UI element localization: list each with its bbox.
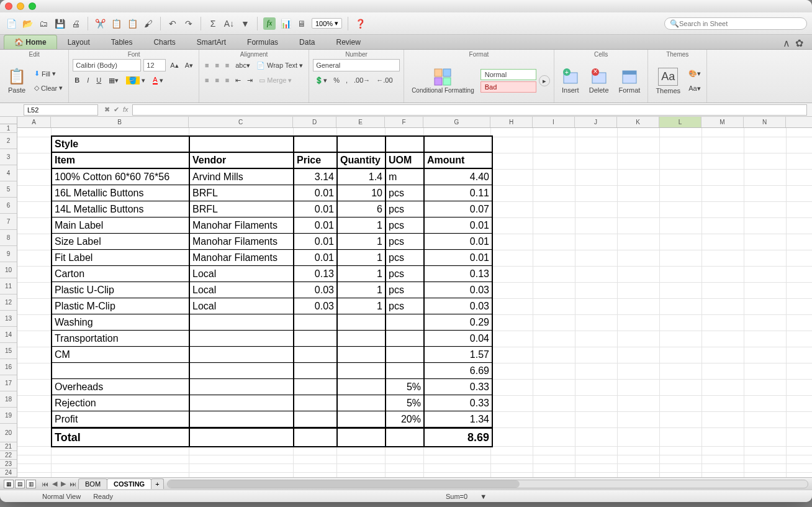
row-header-8[interactable]: 8 (0, 230, 17, 246)
align-right-button[interactable]: ≡ (223, 74, 231, 86)
table-cell[interactable]: 0.01 (294, 185, 338, 201)
chart-icon[interactable]: 📊 (279, 17, 292, 30)
col-header-A[interactable]: A (17, 117, 51, 127)
table-cell[interactable] (386, 363, 425, 379)
cell-style-label[interactable]: Style (52, 137, 190, 153)
table-cell[interactable]: 6 (338, 201, 386, 217)
table-cell[interactable]: 1 (338, 282, 386, 298)
hdr-item[interactable]: Item (52, 153, 190, 169)
save-icon[interactable]: 💾 (53, 17, 66, 30)
wrap-text-button[interactable]: 📄 Wrap Text ▾ (255, 59, 305, 71)
table-cell[interactable] (294, 379, 338, 395)
fill-button[interactable]: ⬇Fill ▾ (32, 68, 65, 80)
table-cell[interactable]: Plastic U-Clip (52, 282, 190, 298)
select-all-corner[interactable] (0, 117, 17, 124)
tab-review[interactable]: Review (325, 35, 371, 49)
row-header-9[interactable]: 9 (0, 246, 17, 262)
table-cell[interactable] (386, 429, 425, 446)
normal-layout-icon[interactable]: ▦ (4, 480, 14, 488)
bold-button[interactable]: B (73, 74, 81, 86)
table-cell[interactable]: 1 (338, 234, 386, 250)
table-cell[interactable]: 1.4 (338, 169, 386, 185)
open-icon[interactable]: 📂 (21, 17, 34, 30)
clear-button[interactable]: ◇Clear ▾ (32, 82, 65, 94)
search-input[interactable] (679, 20, 801, 27)
row-header-15[interactable]: 15 (0, 343, 17, 359)
table-cell[interactable]: pcs (386, 282, 425, 298)
formula-bar[interactable] (132, 104, 807, 116)
status-dropdown-icon[interactable]: ▼ (480, 493, 487, 500)
col-header-C[interactable]: C (189, 117, 293, 127)
collapse-ribbon-icon[interactable]: ∧ (783, 37, 790, 49)
table-cell[interactable] (338, 429, 386, 446)
tab-tables[interactable]: Tables (101, 35, 143, 49)
table-cell[interactable]: 0.01 (425, 234, 492, 250)
table-cell[interactable] (190, 137, 294, 153)
grow-font-button[interactable]: A▴ (168, 59, 180, 71)
table-cell[interactable] (338, 363, 386, 379)
table-cell[interactable]: pcs (386, 234, 425, 250)
table-cell[interactable]: 16L Metallic Buttons (52, 185, 190, 201)
row-header-2[interactable]: 2 (0, 133, 17, 149)
fill-color-button[interactable]: 🪣▾ (124, 74, 147, 86)
row-header-16[interactable]: 16 (0, 359, 17, 375)
first-sheet-icon[interactable]: ⏮ (40, 480, 50, 488)
cell-total-label[interactable]: Total (52, 429, 190, 446)
table-cell[interactable]: pcs (386, 201, 425, 217)
table-cell[interactable]: Transportation (52, 331, 190, 347)
col-header-B[interactable]: B (51, 117, 189, 127)
table-cell[interactable] (338, 347, 386, 363)
hdr-vendor[interactable]: Vendor (190, 153, 294, 169)
table-cell[interactable]: Rejection (52, 395, 190, 411)
new-icon[interactable]: 📄 (5, 17, 17, 30)
table-cell[interactable] (294, 429, 338, 446)
print-icon[interactable]: 🖨 (70, 17, 82, 30)
minimize-icon[interactable] (17, 2, 24, 10)
comma-button[interactable]: , (344, 74, 350, 86)
table-cell[interactable]: 1.34 (425, 411, 492, 427)
table-cell[interactable]: 1 (338, 217, 386, 234)
table-cell[interactable]: 0.03 (425, 282, 492, 298)
table-cell[interactable]: Manohar Filaments (190, 234, 294, 250)
table-cell[interactable]: Local (190, 282, 294, 298)
table-cell[interactable]: 0.33 (425, 395, 492, 411)
col-header-H[interactable]: H (490, 117, 533, 127)
tab-home[interactable]: 🏠 Home (4, 35, 57, 49)
table-cell[interactable]: 1 (338, 266, 386, 282)
row-header-3[interactable]: 3 (0, 149, 17, 165)
cancel-formula-icon[interactable]: ✖ (104, 106, 110, 114)
fx-formula-icon[interactable]: fx (123, 106, 129, 114)
table-cell[interactable]: pcs (386, 217, 425, 234)
delete-cells-button[interactable]: ×Delete (585, 66, 613, 96)
table-cell[interactable] (338, 137, 386, 153)
italic-button[interactable]: I (85, 74, 91, 86)
table-cell[interactable]: Profit (52, 411, 190, 427)
row-header-17[interactable]: 17 (0, 375, 17, 391)
table-cell[interactable] (52, 363, 190, 379)
table-cell[interactable]: Local (190, 266, 294, 282)
table-cell[interactable]: Carton (52, 266, 190, 282)
prev-sheet-icon[interactable]: ◀ (50, 480, 59, 488)
table-cell[interactable]: pcs (386, 185, 425, 201)
style-bad[interactable]: Bad (480, 81, 536, 93)
next-sheet-icon[interactable]: ▶ (59, 480, 68, 488)
row-header-11[interactable]: 11 (0, 278, 17, 295)
tab-data[interactable]: Data (289, 35, 325, 49)
table-cell[interactable] (190, 411, 294, 427)
table-cell[interactable] (386, 314, 425, 331)
table-cell[interactable] (386, 331, 425, 347)
col-header-J[interactable]: J (575, 117, 617, 127)
row-header-10[interactable]: 10 (0, 262, 17, 278)
col-header-F[interactable]: F (385, 117, 423, 127)
align-left-button[interactable]: ≡ (203, 74, 210, 86)
table-cell[interactable]: 10 (338, 185, 386, 201)
table-cell[interactable] (338, 331, 386, 347)
table-cell[interactable]: 0.01 (425, 217, 492, 234)
table-cell[interactable]: Arvind Mills (190, 169, 294, 185)
table-cell[interactable] (190, 395, 294, 411)
filter-icon[interactable]: ▼ (239, 17, 251, 30)
table-cell[interactable]: 1.57 (425, 347, 492, 363)
underline-button[interactable]: U (94, 74, 103, 86)
table-cell[interactable] (190, 429, 294, 446)
autosum-icon[interactable]: Σ (207, 17, 219, 30)
